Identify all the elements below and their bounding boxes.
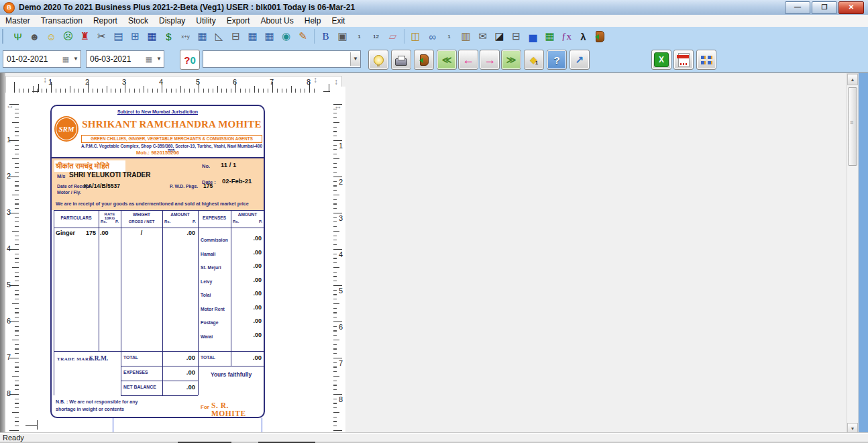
calculator-icon[interactable]: ▦ [541,28,558,45]
table-line [54,351,264,352]
help-icon: ? [553,54,559,66]
preview-left-strip [0,73,5,434]
web-delivery-icon[interactable]: ◉ [278,28,294,45]
motor-label: Motor / Fly. [57,190,81,195]
running-man-icon[interactable]: λ [575,28,592,45]
margin-marker-icon[interactable]: ↔ [334,101,342,111]
ruler-number: 3 [339,214,343,222]
export-chart-button[interactable]: ↗ [569,50,590,70]
exit-door-icon[interactable] [592,28,608,45]
palm-tree-icon[interactable]: Ψ [9,28,26,45]
left-vertical-ruler[interactable]: 1 2 3 4 5 6 7 8 ↔ [5,93,19,434]
exit-preview-button[interactable] [414,50,434,70]
spectacles-icon[interactable]: ∞ [424,28,441,45]
last-page-button[interactable]: ≫ [501,50,521,70]
menu-stock[interactable]: Stock [123,16,154,26]
ruler-number: 1 [7,136,11,144]
export-pdf-button[interactable] [673,50,694,70]
export-excel-button[interactable]: X [651,50,671,70]
scroll-up-button[interactable]: ▲ [847,74,858,85]
report-combobox[interactable]: ▼ [203,50,361,68]
first-page-button[interactable]: ≪ [437,50,457,70]
margin-marker-icon[interactable]: ↕ [43,75,47,85]
print-button[interactable] [391,50,411,70]
restore-button[interactable]: ❐ [812,1,837,14]
eraser-icon[interactable]: ▱ [384,28,401,45]
note-block-icon[interactable]: ◪ [491,28,508,45]
report-preview-icon[interactable]: ▤ [110,28,127,45]
close-button[interactable]: ✕ [838,1,864,14]
help-button[interactable]: ? [547,50,567,70]
bar-chart-icon[interactable]: ▅ [525,28,541,45]
menu-transaction[interactable]: Transaction [36,16,88,26]
menu-display[interactable]: Display [154,16,191,26]
page-footer-icon[interactable]: 1 [441,28,457,45]
date-from-dropdown-icon[interactable]: ▼ [71,52,80,66]
calendar-picker-icon[interactable]: ▦ [144,54,154,64]
scissors-icon[interactable]: ✂ [93,28,110,45]
menu-export[interactable]: Export [221,16,256,26]
date-from-field[interactable]: 01-02-2021 ▦ ▼ [3,50,81,68]
data-copy-icon[interactable]: ⊟ [508,28,525,45]
comment-icon[interactable]: ✉ [474,28,491,45]
calendar-icon[interactable]: ▦ [194,28,211,45]
vertical-scrollbar[interactable]: ▲ ▼ [847,73,859,435]
date-to-dropdown-icon[interactable]: ▼ [154,52,164,66]
table-grid2-icon[interactable]: ▦ [261,28,278,45]
margin-marker-icon[interactable]: ↔ [6,101,14,110]
page-number-icon[interactable]: 1 [351,28,368,45]
combobox-dropdown-icon[interactable]: ▼ [350,52,360,66]
sad-face-icon[interactable]: ☹ [60,28,76,45]
query-zero-button[interactable]: ? 0 [180,50,200,70]
table-line [162,210,163,395]
previous-page-button[interactable]: ← [458,50,478,70]
toolbar-grip[interactable] [2,29,7,44]
formula-icon[interactable]: x+y [177,28,194,45]
menu-report[interactable]: Report [88,16,123,26]
expense-label: Hamali [201,252,215,256]
menu-utility[interactable]: Utility [191,16,221,26]
calendar-picker-icon[interactable]: ▦ [60,54,71,64]
right-vertical-ruler[interactable]: 1 2 3 4 5 6 7 8 ↕ ↔ [333,87,345,434]
page-number12-icon[interactable]: 12 [368,28,384,45]
menu-help[interactable]: Help [299,16,327,26]
table-line [54,210,264,211]
database-icon[interactable]: ◫ [407,28,424,45]
menu-exit[interactable]: Exit [326,16,350,26]
set-square-icon[interactable]: ◺ [211,28,227,45]
receipt-note: We are in receipt of your goods as under… [56,201,262,207]
layout-grid-button[interactable] [696,50,716,70]
menu-master[interactable]: Master [0,16,36,26]
ruler-number: 3 [7,208,11,216]
red-puppet-icon[interactable]: ♜ [76,28,93,45]
money-bag-icon[interactable]: $ [160,28,177,45]
tips-button[interactable] [368,50,388,70]
cabinet-icon[interactable]: ▥ [457,28,474,45]
trademark-value: S.R.M. [89,355,108,362]
ruler-number: 1 [339,142,343,150]
scrollbar-thumb[interactable] [848,87,857,166]
margin-marker-icon[interactable]: ↕ [334,77,338,87]
margin-marker-icon[interactable]: ↕ [313,75,317,85]
date-from-value[interactable]: 01-02-2021 [3,54,60,64]
next-page-button[interactable]: → [480,50,500,70]
menu-about-us[interactable]: About Us [255,16,299,26]
add-nodes-icon[interactable]: ⊞ [127,28,144,45]
form-window-icon[interactable]: ▦ [144,28,160,45]
horizontal-ruler[interactable]: 1 2 3 4 5 6 7 8 ↕ ↕ [5,76,342,94]
happy-face-icon[interactable]: ☺ [43,28,60,45]
bold-icon[interactable]: B [317,28,334,45]
magician-icon[interactable]: ☻ [26,28,43,45]
table-grid-icon[interactable]: ▦ [244,28,261,45]
yours-faithfully: Yours faithfully [198,371,264,378]
data-transfer-icon[interactable]: ⊟ [227,28,244,45]
date-to-field[interactable]: 06-03-2021 ▦ ▼ [86,50,164,68]
function-icon[interactable]: ƒx [558,28,575,45]
minimize-button[interactable]: — [785,1,810,14]
columns-pages-icon[interactable]: ▣ [334,28,351,45]
item-name: Ginger [56,230,75,236]
edit-note-icon[interactable]: ✎ [294,28,311,45]
date-to-value[interactable]: 06-03-2021 [87,54,144,64]
ruler-number: 2 [85,78,89,86]
zoom-level-button[interactable]: ◆ 1 [524,50,544,70]
